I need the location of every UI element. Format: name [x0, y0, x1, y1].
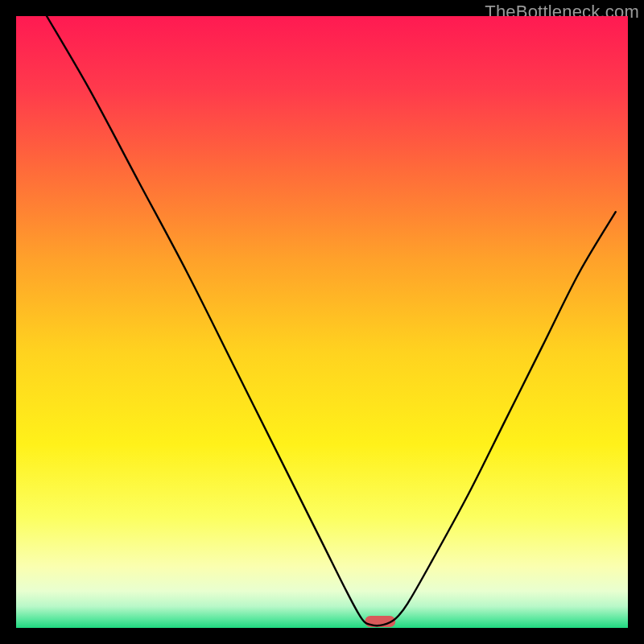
plot-area	[16, 16, 628, 628]
gradient-background	[16, 16, 628, 628]
chart-svg	[16, 16, 628, 628]
chart-container: TheBottleneck.com	[0, 0, 644, 644]
